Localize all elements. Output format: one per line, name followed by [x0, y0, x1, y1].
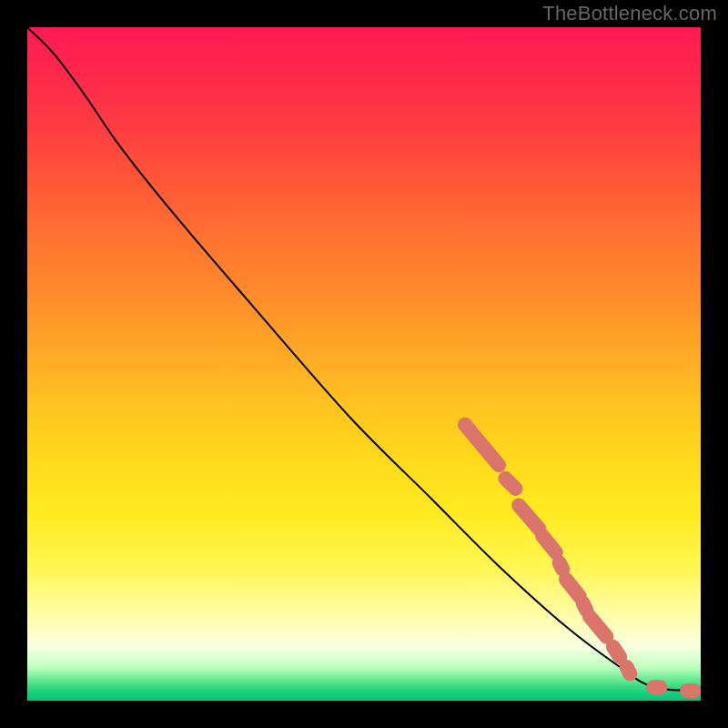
highlight-marker — [613, 647, 620, 657]
highlight-marker — [542, 536, 556, 553]
highlight-marker — [590, 617, 607, 637]
highlight-marker — [583, 603, 587, 610]
highlight-marker — [627, 667, 631, 673]
bottleneck-curve — [27, 27, 701, 691]
highlight-marker — [560, 562, 563, 569]
highlight-marker — [519, 505, 539, 529]
highlight-marker — [505, 479, 515, 489]
highlight-marker-group — [465, 425, 694, 691]
highlight-marker — [465, 425, 499, 465]
chart-root: TheBottleneck.com — [0, 0, 728, 728]
chart-svg — [27, 27, 701, 701]
plot-area — [27, 27, 701, 701]
highlight-marker — [566, 580, 580, 597]
watermark-text: TheBottleneck.com — [542, 2, 717, 25]
